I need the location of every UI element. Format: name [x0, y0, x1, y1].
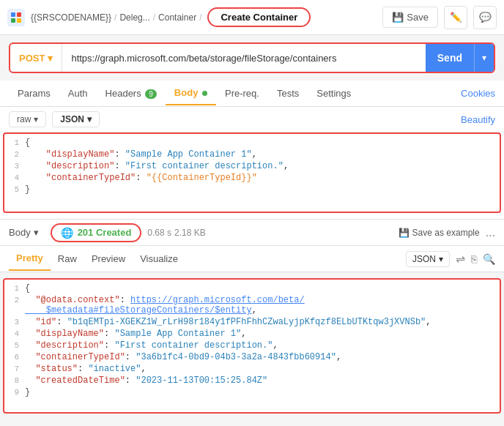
resp-tab-pretty[interactable]: Pretty: [9, 247, 51, 271]
resp-line-6: 6 "containerTypeId": "3a6b1fc4-0bd9-04b3…: [4, 351, 500, 363]
code-line-2: 2 "displayName": "Sample App Container 1…: [4, 149, 500, 160]
breadcrumb-container[interactable]: Container: [158, 12, 196, 23]
body-text: Body: [9, 227, 31, 238]
filter-icon[interactable]: ⇌: [456, 252, 465, 266]
resp-format-select[interactable]: JSON ▾: [406, 251, 450, 267]
tab-params[interactable]: Params: [9, 82, 59, 105]
tab-settings[interactable]: Settings: [308, 82, 360, 105]
save-label: Save: [407, 12, 429, 23]
response-timing: 0.68 s: [147, 228, 171, 238]
send-chevron-icon[interactable]: ▾: [475, 53, 494, 63]
format-label: raw: [17, 114, 31, 124]
resp-tab-preview[interactable]: Preview: [84, 247, 133, 270]
header: {{SRSCODENAME}} / Deleg... / Container /…: [0, 0, 504, 35]
tab-prereq[interactable]: Pre-req.: [216, 82, 268, 105]
response-bar: Body ▾ 🌐 201 Created 0.68 s 2.18 KB 💾 Sa…: [0, 220, 504, 246]
edit-icon: ✏️: [450, 12, 462, 23]
code-line-1: 1 {: [4, 137, 500, 149]
svg-rect-0: [11, 12, 15, 17]
tab-auth[interactable]: Auth: [59, 82, 97, 105]
resp-line-7: 7 "status": "inactive",: [4, 363, 500, 375]
url-input[interactable]: [62, 44, 425, 72]
header-actions: 💾 Save ✏️ 💬: [382, 6, 497, 29]
more-options-button[interactable]: ...: [486, 226, 495, 239]
code-line-4: 4 "containerTypeId": "{{ContainerTypeId}…: [4, 172, 500, 184]
copy-icon[interactable]: ⎘: [471, 253, 477, 265]
code-line-3: 3 "description": "First container descri…: [4, 160, 500, 172]
method-select[interactable]: POST ▾: [10, 44, 62, 72]
breadcrumb-deleg[interactable]: Deleg...: [119, 12, 149, 23]
svg-rect-2: [11, 18, 15, 23]
save-icon-resp: 💾: [399, 228, 410, 238]
json-chevron-icon: ▾: [87, 114, 92, 124]
active-tab-create-container[interactable]: Create Container: [207, 7, 311, 27]
resp-tab-raw[interactable]: Raw: [51, 247, 84, 270]
response-size: 2.18 KB: [174, 228, 206, 238]
resp-line-3: 3 "id": "b1qEMTpi-XGEKZ1W_rLrH98r184y1fP…: [4, 316, 500, 328]
format-chevron-icon: ▾: [34, 114, 38, 124]
comment-icon: 💬: [479, 12, 492, 23]
body-editor: raw ▾ JSON ▾ Beautify 1 { 2 "displayName…: [0, 107, 504, 220]
resp-line-2: 2 "@odata.context": https://graph.micros…: [4, 294, 500, 316]
code-line-5: 5 }: [4, 184, 500, 195]
app-logo: [7, 9, 25, 26]
response-tabs: Pretty Raw Preview Visualize JSON ▾ ⇌ ⎘ …: [0, 246, 504, 272]
headers-badge: 9: [145, 89, 157, 99]
svg-rect-1: [17, 12, 21, 17]
beautify-button[interactable]: Beautify: [461, 114, 495, 125]
resp-line-8: 8 "createdDateTime": "2023-11-13T00:15:2…: [4, 375, 500, 386]
search-icon[interactable]: 🔍: [483, 253, 495, 265]
method-chevron: ▾: [48, 53, 53, 64]
body-toolbar: raw ▾ JSON ▾ Beautify: [0, 107, 504, 132]
tab-tests[interactable]: Tests: [268, 82, 308, 105]
cookies-link[interactable]: Cookies: [461, 88, 495, 99]
request-tabs: Params Auth Headers 9 Body Pre-req. Test…: [0, 81, 504, 107]
response-code-viewer: 1 { 2 "@odata.context": https://graph.mi…: [3, 278, 501, 414]
logo-area: [7, 9, 25, 26]
save-button[interactable]: 💾 Save: [382, 7, 438, 28]
status-code: 201 Created: [78, 227, 132, 238]
request-body-editor[interactable]: 1 { 2 "displayName": "Sample App Contain…: [3, 132, 501, 213]
resp-line-9: 9 }: [4, 386, 500, 398]
resp-line-5: 5 "description": "First container descri…: [4, 340, 500, 351]
body-dot: [202, 91, 207, 96]
resp-tab-visualize[interactable]: Visualize: [133, 247, 185, 270]
resp-format-label: JSON: [412, 254, 436, 264]
format-select[interactable]: raw ▾: [9, 111, 46, 127]
url-bar: POST ▾ Send ▾: [9, 42, 495, 73]
comment-button[interactable]: 💬: [473, 6, 497, 29]
resp-format-chevron-icon: ▾: [439, 254, 443, 264]
save-icon: 💾: [392, 12, 404, 23]
breadcrumb-codename[interactable]: {{SRSCODENAME}}: [31, 12, 111, 23]
response-body-label[interactable]: Body ▾: [9, 227, 39, 238]
tab-headers[interactable]: Headers 9: [97, 82, 166, 105]
body-chevron-icon: ▾: [34, 227, 39, 238]
svg-rect-3: [17, 18, 21, 23]
breadcrumb: {{SRSCODENAME}} / Deleg... / Container /: [31, 12, 201, 23]
globe-icon: 🌐: [61, 227, 73, 239]
save-example-label: Save as example: [412, 228, 480, 238]
resp-line-1: 1 {: [4, 283, 500, 294]
send-label: Send: [426, 52, 474, 64]
tab-body[interactable]: Body: [166, 81, 216, 105]
resp-line-4: 4 "displayName": "Sample App Container 1…: [4, 328, 500, 340]
method-label: POST: [19, 53, 45, 64]
send-button[interactable]: Send ▾: [426, 44, 494, 72]
json-type-select[interactable]: JSON ▾: [52, 111, 100, 127]
edit-button[interactable]: ✏️: [444, 6, 467, 29]
status-badge: 🌐 201 Created: [51, 223, 142, 242]
json-label: JSON: [60, 114, 84, 124]
save-as-example-button[interactable]: 💾 Save as example: [399, 228, 480, 238]
tabs-right: Cookies: [461, 88, 495, 99]
resp-tabs-right: JSON ▾ ⇌ ⎘ 🔍: [406, 251, 495, 267]
